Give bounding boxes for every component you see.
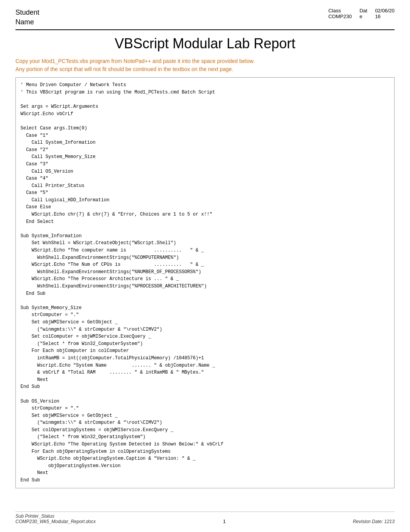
date-value: 02/06/20 [375, 8, 395, 14]
class-label: Class [328, 8, 341, 14]
footer: Sub Printer_Status COMP230_Wk5_Modular_R… [15, 512, 395, 524]
date-field: Dat e [359, 8, 367, 19]
date-label: Dat [359, 8, 367, 14]
date-value2: 16 [375, 14, 380, 19]
code-box[interactable]: ' Menu Driven Computer / Network Tests '… [15, 77, 395, 488]
instruction-text: Copy your Mod1_PCTests.vbs program from … [15, 57, 395, 73]
instruction-line2: Any portion of the script that will not … [15, 65, 395, 73]
date-label2: e [359, 14, 362, 19]
name-label: Name [15, 17, 85, 27]
student-section: Student Name [15, 8, 85, 27]
footer-left: Sub Printer_Status COMP230_Wk5_Modular_R… [15, 513, 96, 524]
footer-left-line1: Sub Printer_Status [15, 513, 96, 519]
footer-left-line2: COMP230_Wk5_Modular_Report.docx [15, 519, 96, 524]
header-fields: Class COMP230 Dat e 02/06/20 16 [328, 8, 395, 19]
class-field: Class COMP230 [328, 8, 352, 19]
student-label: Student [15, 8, 85, 17]
report-title: VBScript Modular Lab Report [15, 36, 395, 52]
instruction-line1: Copy your Mod1_PCTests.vbs program from … [15, 57, 395, 65]
footer-page-number: 1 [223, 518, 225, 524]
class-value: COMP230 [328, 14, 352, 19]
page: Student Name Class COMP230 Dat e 02/06/2… [0, 0, 410, 532]
date-value-field: 02/06/20 16 [375, 8, 395, 19]
footer-right: Revision Date: 1213 [353, 519, 395, 524]
header-row: Student Name Class COMP230 Dat e 02/06/2… [15, 8, 395, 30]
